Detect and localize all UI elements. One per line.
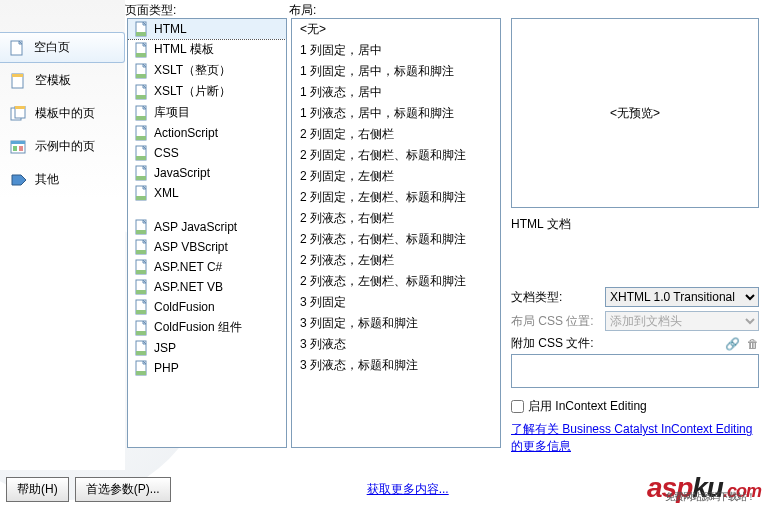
svg-rect-17: [136, 95, 146, 99]
sidebar-item-page-from-sample[interactable]: 示例中的页: [0, 131, 125, 162]
page-type-item[interactable]: HTML: [128, 19, 286, 39]
page-type-item[interactable]: ASP.NET VB: [128, 277, 286, 297]
page-type-item[interactable]: ASP.NET C#: [128, 257, 286, 277]
layout-item[interactable]: 3 列固定: [292, 292, 500, 313]
page-type-item[interactable]: 库项目: [128, 102, 286, 123]
layout-item[interactable]: 1 列固定，居中: [292, 40, 500, 61]
incontext-checkbox[interactable]: [511, 400, 524, 413]
file-icon: [134, 340, 150, 356]
layout-item[interactable]: 1 列液态，居中，标题和脚注: [292, 103, 500, 124]
csspos-label: 布局 CSS 位置:: [511, 313, 605, 330]
svg-rect-37: [136, 310, 146, 314]
item-label: XSLT（片断）: [154, 83, 231, 100]
svg-rect-15: [136, 74, 146, 78]
sidebar-item-blank-page[interactable]: 空白页: [0, 32, 125, 63]
svg-rect-19: [136, 116, 146, 120]
file-icon: [134, 360, 150, 376]
page-type-item[interactable]: ColdFusion 组件: [128, 317, 286, 338]
category-sidebar: 空白页 空模板 模板中的页 示例中的页 其他: [0, 0, 125, 470]
layout-item[interactable]: 3 列液态: [292, 334, 500, 355]
svg-rect-25: [136, 176, 146, 180]
page-type-item[interactable]: JavaScript: [128, 163, 286, 183]
layout-item[interactable]: 2 列液态，右侧栏: [292, 208, 500, 229]
svg-rect-29: [136, 230, 146, 234]
file-icon: [134, 320, 150, 336]
layout-item[interactable]: 3 列固定，标题和脚注: [292, 313, 500, 334]
layout-item[interactable]: 2 列固定，左侧栏、标题和脚注: [292, 187, 500, 208]
page-icon: [8, 40, 28, 56]
layout-item[interactable]: <无>: [292, 19, 500, 40]
item-label: JSP: [154, 341, 176, 355]
page-type-list[interactable]: HTMLHTML 模板XSLT（整页）XSLT（片断）库项目ActionScri…: [127, 18, 287, 448]
sample-icon: [9, 139, 29, 155]
incontext-row: 启用 InContext Editing: [511, 398, 759, 415]
layout-item[interactable]: 2 列液态，左侧栏、标题和脚注: [292, 271, 500, 292]
incontext-label: 启用 InContext Editing: [528, 398, 647, 415]
sidebar-item-blank-template[interactable]: 空模板: [0, 65, 125, 96]
help-button[interactable]: 帮助(H): [6, 477, 69, 502]
doctype-row: 文档类型: XHTML 1.0 Transitional: [511, 287, 759, 307]
page-type-item[interactable]: XML: [128, 183, 286, 203]
sidebar-item-other[interactable]: 其他: [0, 164, 125, 195]
page-type-item[interactable]: XSLT（整页）: [128, 60, 286, 81]
preferences-button[interactable]: 首选参数(P)...: [75, 477, 171, 502]
svg-rect-27: [136, 196, 146, 200]
page-type-item[interactable]: ASP JavaScript: [128, 217, 286, 237]
item-label: ActionScript: [154, 126, 218, 140]
page-type-item[interactable]: PHP: [128, 358, 286, 378]
page-type-item[interactable]: CSS: [128, 143, 286, 163]
layout-item[interactable]: 2 列液态，左侧栏: [292, 250, 500, 271]
sidebar-label: 空模板: [35, 72, 71, 89]
layout-item[interactable]: 2 列固定，右侧栏: [292, 124, 500, 145]
file-icon: [134, 279, 150, 295]
layout-item[interactable]: 2 列固定，右侧栏、标题和脚注: [292, 145, 500, 166]
svg-rect-23: [136, 156, 146, 160]
page-type-item[interactable]: JSP: [128, 338, 286, 358]
layout-item[interactable]: 2 列液态，右侧栏、标题和脚注: [292, 229, 500, 250]
file-icon: [134, 125, 150, 141]
layout-item[interactable]: 1 列液态，居中: [292, 82, 500, 103]
incontext-learn-more-link[interactable]: 了解有关 Business Catalyst InContext Editing…: [511, 421, 759, 455]
svg-rect-41: [136, 351, 146, 355]
page-type-column: 页面类型: HTMLHTML 模板XSLT（整页）XSLT（片断）库项目Acti…: [125, 0, 289, 470]
svg-rect-35: [136, 290, 146, 294]
link-css-icon[interactable]: 🔗: [725, 337, 740, 351]
get-more-link[interactable]: 获取更多内容...: [367, 481, 449, 498]
page-type-item[interactable]: HTML 模板: [128, 39, 286, 60]
template-page-icon: [9, 106, 29, 122]
layout-item[interactable]: 1 列固定，居中，标题和脚注: [292, 61, 500, 82]
page-type-item[interactable]: XSLT（片断）: [128, 81, 286, 102]
page-type-item[interactable]: ActionScript: [128, 123, 286, 143]
tag-icon: [9, 172, 29, 188]
layout-item[interactable]: 3 列液态，标题和脚注: [292, 355, 500, 376]
attach-css-label: 附加 CSS 文件:: [511, 335, 721, 352]
sidebar-label: 空白页: [34, 39, 70, 56]
item-label: HTML 模板: [154, 41, 214, 58]
template-icon: [9, 73, 29, 89]
layout-list[interactable]: <无>1 列固定，居中1 列固定，居中，标题和脚注1 列液态，居中1 列液态，居…: [291, 18, 501, 448]
preview-text: <无预览>: [610, 105, 660, 122]
page-type-item[interactable]: ASP VBScript: [128, 237, 286, 257]
svg-rect-8: [13, 146, 17, 151]
svg-rect-9: [19, 146, 23, 151]
item-label: PHP: [154, 361, 179, 375]
sidebar-label: 示例中的页: [35, 138, 95, 155]
sidebar-item-page-from-template[interactable]: 模板中的页: [0, 98, 125, 129]
file-icon: [134, 105, 150, 121]
preview-box: <无预览>: [511, 18, 759, 208]
right-panel: <无预览> HTML 文档 文档类型: XHTML 1.0 Transition…: [503, 0, 767, 470]
file-icon: [134, 239, 150, 255]
main-area: 空白页 空模板 模板中的页 示例中的页 其他 页面类型:: [0, 0, 767, 470]
page-type-heading: 页面类型:: [125, 2, 176, 19]
layout-item[interactable]: 2 列固定，左侧栏: [292, 166, 500, 187]
doctype-select[interactable]: XHTML 1.0 Transitional: [605, 287, 759, 307]
svg-rect-2: [12, 74, 23, 77]
item-label: ColdFusion 组件: [154, 319, 242, 336]
svg-rect-33: [136, 270, 146, 274]
attach-css-box[interactable]: [511, 354, 759, 388]
remove-css-icon[interactable]: 🗑: [747, 337, 759, 351]
item-label: ASP JavaScript: [154, 220, 237, 234]
file-icon: [134, 21, 150, 37]
svg-rect-5: [15, 106, 25, 109]
page-type-item[interactable]: ColdFusion: [128, 297, 286, 317]
